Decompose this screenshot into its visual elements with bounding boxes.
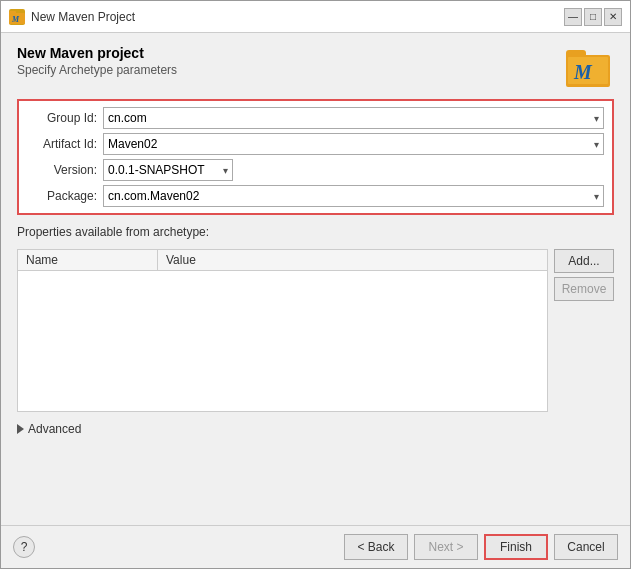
advanced-label: Advanced	[28, 422, 81, 436]
help-button[interactable]: ?	[13, 536, 35, 558]
package-label: Package:	[27, 189, 97, 203]
expand-icon	[17, 424, 24, 434]
title-bar: M New Maven Project — □ ✕	[1, 1, 630, 33]
version-value: 0.0.1-SNAPSHOT	[108, 163, 205, 177]
artifact-id-label: Artifact Id:	[27, 137, 97, 151]
properties-area: Name Value Add... Remove	[17, 249, 614, 412]
footer-right: < Back Next > Finish Cancel	[344, 534, 618, 560]
col-value-header: Value	[158, 250, 547, 270]
artifact-id-row: Artifact Id: Maven02 ▾	[27, 133, 604, 155]
window-icon: M	[9, 9, 25, 25]
cancel-button[interactable]: Cancel	[554, 534, 618, 560]
content-area: New Maven project Specify Archetype para…	[1, 33, 630, 525]
footer-left: ?	[13, 536, 35, 558]
page-title: New Maven project	[17, 45, 177, 61]
artifact-id-dropdown-arrow: ▾	[594, 139, 599, 150]
group-id-row: Group Id: cn.com ▾	[27, 107, 604, 129]
group-id-dropdown-arrow: ▾	[594, 113, 599, 124]
next-button[interactable]: Next >	[414, 534, 478, 560]
table-body	[18, 271, 547, 411]
version-select[interactable]: 0.0.1-SNAPSHOT ▾	[103, 159, 233, 181]
col-name-header: Name	[18, 250, 158, 270]
package-dropdown-arrow: ▾	[594, 191, 599, 202]
artifact-id-value: Maven02	[108, 137, 157, 151]
package-input[interactable]: cn.com.Maven02 ▾	[103, 185, 604, 207]
group-id-label: Group Id:	[27, 111, 97, 125]
close-button[interactable]: ✕	[604, 8, 622, 26]
table-action-buttons: Add... Remove	[554, 249, 614, 412]
add-button[interactable]: Add...	[554, 249, 614, 273]
page-title-area: New Maven project Specify Archetype para…	[17, 45, 177, 77]
window-title: New Maven Project	[31, 10, 558, 24]
remove-button[interactable]: Remove	[554, 277, 614, 301]
main-window: M New Maven Project — □ ✕ New Maven proj…	[0, 0, 631, 569]
version-dropdown-arrow: ▾	[223, 165, 228, 176]
footer: ? < Back Next > Finish Cancel	[1, 525, 630, 568]
package-value: cn.com.Maven02	[108, 189, 199, 203]
back-button[interactable]: < Back	[344, 534, 408, 560]
maven-logo: M	[566, 45, 614, 93]
window-controls: — □ ✕	[564, 8, 622, 26]
group-id-input[interactable]: cn.com ▾	[103, 107, 604, 129]
archetype-params-section: Group Id: cn.com ▾ Artifact Id: Maven02 …	[17, 99, 614, 215]
advanced-section[interactable]: Advanced	[17, 422, 614, 436]
properties-label: Properties available from archetype:	[17, 225, 614, 239]
group-id-value: cn.com	[108, 111, 147, 125]
page-subtitle: Specify Archetype parameters	[17, 63, 177, 77]
artifact-id-input[interactable]: Maven02 ▾	[103, 133, 604, 155]
package-row: Package: cn.com.Maven02 ▾	[27, 185, 604, 207]
page-header: New Maven project Specify Archetype para…	[17, 45, 614, 93]
version-label: Version:	[27, 163, 97, 177]
table-header: Name Value	[18, 250, 547, 271]
version-row: Version: 0.0.1-SNAPSHOT ▾	[27, 159, 604, 181]
svg-text:M: M	[573, 61, 593, 83]
properties-table: Name Value	[17, 249, 548, 412]
minimize-button[interactable]: —	[564, 8, 582, 26]
maximize-button[interactable]: □	[584, 8, 602, 26]
finish-button[interactable]: Finish	[484, 534, 548, 560]
svg-text:M: M	[11, 15, 20, 24]
